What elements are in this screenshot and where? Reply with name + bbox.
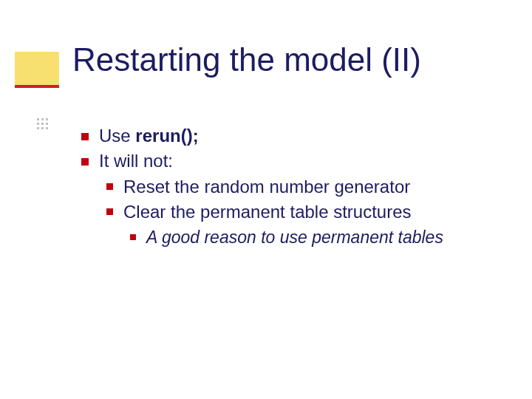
bullet-icon: [81, 133, 89, 140]
list-item: Use rerun();: [81, 124, 510, 148]
bullet-text: A good reason to use permanent tables: [146, 226, 510, 249]
title-accent-block: [15, 52, 59, 85]
slide-title-text: Restarting the model (II): [72, 41, 421, 78]
slide: Restarting the model (II) Use rerun(); I…: [0, 0, 532, 399]
code-keyword: rerun();: [135, 126, 198, 146]
bullet-text: Reset the random number generator: [123, 175, 510, 199]
list-item: It will not:: [81, 149, 510, 173]
list-item: Reset the random number generator: [106, 175, 510, 199]
list-item: A good reason to use permanent tables: [130, 226, 510, 249]
bullet-text: Use rerun();: [99, 124, 510, 148]
bullet-text: Clear the permanent table structures: [123, 200, 510, 224]
bullet-icon: [130, 234, 136, 240]
bullet-text: It will not:: [99, 149, 510, 173]
bullet-icon: [106, 208, 113, 215]
list-item: Clear the permanent table structures: [106, 200, 510, 224]
slide-body: Use rerun(); It will not: Reset the rand…: [81, 124, 510, 250]
bullet-icon: [81, 158, 89, 166]
slide-title: Restarting the model (II): [72, 41, 421, 78]
bullet-icon: [106, 183, 113, 190]
title-accent-underline: [15, 85, 59, 88]
decorative-dot-grid: [37, 118, 48, 129]
text-segment: Use: [99, 126, 135, 146]
